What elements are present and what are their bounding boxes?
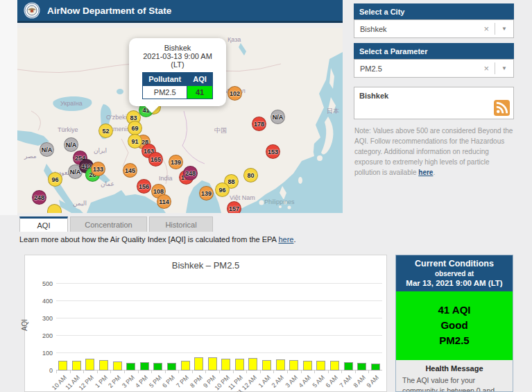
map-country-label: Қаза [228,36,241,43]
x-tick-mark [328,370,329,373]
chart-bar[interactable] [276,359,285,370]
tab-concentration[interactable]: Concentration [70,216,147,232]
city-select-value: Bishkek [360,25,387,33]
map-aqi-marker[interactable]: 156 [137,179,151,194]
map-aqi-marker[interactable]: 145 [123,163,137,178]
popup-col-aqi: AQI [187,73,213,86]
chart-bar[interactable] [235,359,244,371]
map-country-label: 中国 [214,126,227,135]
map-country-label: عمان [101,180,114,187]
epa-here-link[interactable]: here [278,235,293,244]
map-aqi-marker[interactable]: 52 [98,123,113,138]
chart-bar[interactable] [181,361,190,370]
map-aqi-marker[interactable]: 114 [157,194,171,209]
select-city-header: Select a City [354,3,514,19]
map-aqi-marker[interactable]: 91 [128,134,142,148]
chart-title: Bishkek – PM2.5 [25,260,386,271]
map-aqi-marker[interactable]: 69 [128,121,142,135]
chart-bar[interactable] [330,361,339,370]
chart-bar[interactable] [140,362,149,370]
map-aqi-marker[interactable]: 178 [252,117,266,131]
x-tick-mark [83,370,84,373]
city-caret-icon[interactable]: ▼ [495,26,513,32]
chart-plot-area [56,284,382,370]
x-tick-mark [165,370,166,373]
map-popup: Bishkek 2021-03-13 9:00 AM (LT) Pollutan… [129,38,226,106]
map-aqi-marker[interactable]: 248 [32,190,46,205]
map-aqi-marker[interactable]: 165 [148,152,163,167]
current-conditions-header: Current Conditions observed at Mar 13, 2… [396,255,513,291]
tab-aqi[interactable]: AQI [19,216,68,232]
chart-bar[interactable] [126,363,135,370]
page-title: AirNow Department of State [47,6,171,16]
cc-pollutant: PM2.5 [396,333,513,348]
chart-bar[interactable] [344,362,353,370]
map-aqi-marker[interactable]: 96 [48,172,62,187]
chart-bar[interactable] [113,361,122,371]
learn-more-prefix: Learn more about how the Air Quality Ind… [19,235,278,244]
x-tick-mark [70,370,71,373]
map-aqi-marker[interactable]: 153 [266,144,280,159]
map-aqi-marker[interactable]: 102 [228,86,242,101]
chart-bar[interactable] [248,358,257,370]
map-aqi-marker[interactable]: 133 [91,162,105,176]
chart-gridline [56,335,382,336]
cc-title: Current Conditions [397,259,511,269]
map-aqi-marker[interactable]: 96 [215,182,230,197]
chart-bar[interactable] [371,364,380,370]
x-tick-mark [273,370,274,373]
chart-bar[interactable] [194,357,203,370]
chart-bar[interactable] [72,361,81,370]
chart-bar[interactable] [289,360,298,370]
x-tick-mark [314,370,315,373]
city-feed-box: Bishkek [354,87,514,119]
popup-city: Bishkek [135,44,221,52]
map-aqi-marker[interactable]: 80 [243,168,258,182]
chart-bar[interactable] [303,361,312,370]
parameter-clear-icon[interactable]: × [478,63,495,74]
x-tick-mark [110,370,111,373]
chart-tabs: AQI Concentration Historical [19,216,213,232]
x-tick-mark [192,370,193,373]
map-country-label: Україна [60,100,83,107]
note-here-link[interactable]: here [418,169,433,176]
map-aqi-marker[interactable]: N/A [40,142,54,157]
map-aqi-marker[interactable]: N/A [271,110,285,124]
y-tick-label: 100 [42,350,53,357]
map-aqi-marker[interactable]: 139 [199,186,214,201]
rss-feed-icon[interactable] [494,100,510,116]
map-aqi-marker[interactable]: N/A [64,137,78,152]
learn-more-text: Learn more about how the Air Quality Ind… [19,235,295,244]
note-suffix: . [433,169,435,176]
cc-datetime: Mar 13, 2021 9:00 AM (LT) [397,279,511,287]
chart-bar[interactable] [262,360,271,370]
popup-aqi-value: 41 [187,86,213,99]
chart-bar[interactable] [221,359,230,370]
map-aqi-marker[interactable]: 157 [227,201,241,213]
select-parameter-header: Select a Parameter [354,43,514,59]
map-aqi-marker[interactable]: 248 [183,166,198,180]
state-department-seal-icon [24,2,40,19]
x-tick-mark [219,370,220,373]
chart-bar[interactable] [357,363,366,370]
popup-table: Pollutant AQI PM2.5 41 [142,72,213,99]
parameter-caret-icon[interactable]: ▼ [495,65,513,71]
city-clear-icon[interactable]: × [478,24,495,34]
map-aqi-marker[interactable]: 139 [169,155,183,169]
aqi-chart-card: Bishkek – PM2.5 AQI 0100200300400500 10 … [24,255,387,392]
chart-bar[interactable] [208,357,217,371]
x-tick-mark [205,370,206,373]
parameter-select[interactable]: PM2.5 × ▼ [354,59,514,78]
chart-bar[interactable] [85,359,94,370]
chart-bar[interactable] [316,361,325,370]
chart-bar[interactable] [167,363,176,370]
tab-historical[interactable]: Historical [149,216,213,232]
chart-bar[interactable] [58,361,67,370]
cc-subtitle: observed at [397,270,511,278]
city-select[interactable]: Bishkek × ▼ [354,19,514,38]
chart-bar[interactable] [153,363,162,370]
learn-more-suffix: . [293,235,295,244]
chart-bar[interactable] [99,360,108,371]
cc-health-header: Health Message [402,364,506,373]
aqi-map[interactable]: УкраїнаҚазаTürkiyeO'zbekistonTürkmenista… [17,28,343,213]
